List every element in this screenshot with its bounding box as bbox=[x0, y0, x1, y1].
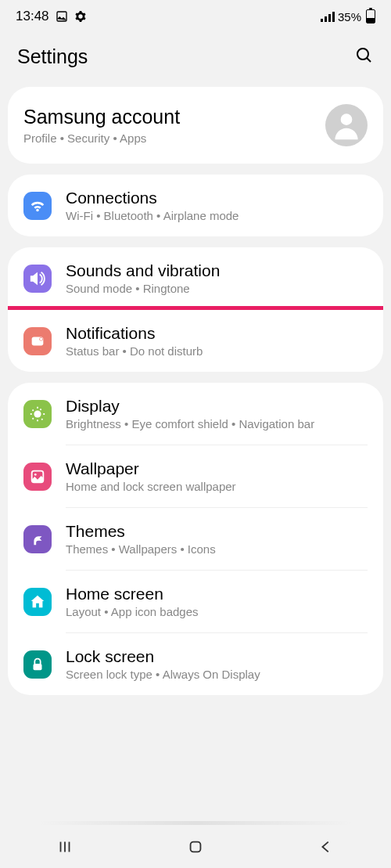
settings-item-connections[interactable]: Connections Wi-Fi • Bluetooth • Airplane… bbox=[8, 175, 383, 236]
recents-button[interactable] bbox=[56, 838, 74, 859]
back-button[interactable] bbox=[317, 838, 335, 859]
settings-item-themes[interactable]: Themes Themes • Wallpapers • Icons bbox=[8, 508, 383, 570]
svg-rect-1 bbox=[321, 19, 323, 22]
wallpaper-icon bbox=[23, 463, 52, 491]
settings-item-sounds[interactable]: Sounds and vibration Sound mode • Ringto… bbox=[8, 247, 383, 309]
header: Settings bbox=[0, 33, 391, 87]
status-time: 13:48 bbox=[16, 9, 49, 24]
svg-point-5 bbox=[357, 49, 368, 59]
svg-point-13 bbox=[34, 473, 37, 475]
samsung-account-card[interactable]: Samsung account Profile • Security • App… bbox=[8, 87, 383, 164]
signal-icon bbox=[321, 11, 335, 22]
setting-subtitle: Layout • App icon badges bbox=[66, 605, 368, 618]
setting-title: Connections bbox=[66, 189, 368, 207]
setting-subtitle: Sound mode • Ringtone bbox=[66, 282, 368, 295]
setting-title: Notifications bbox=[66, 324, 368, 343]
setting-title: Sounds and vibration bbox=[66, 261, 368, 280]
settings-group-display: Display Brightness • Eye comfort shield … bbox=[8, 383, 383, 695]
setting-subtitle: Home and lock screen wallpaper bbox=[66, 480, 368, 493]
avatar-icon bbox=[325, 104, 368, 146]
home-button[interactable] bbox=[187, 838, 204, 859]
settings-group-connections: Connections Wi-Fi • Bluetooth • Airplane… bbox=[8, 175, 383, 236]
settings-item-display[interactable]: Display Brightness • Eye comfort shield … bbox=[8, 383, 383, 445]
setting-title: Lock screen bbox=[66, 647, 368, 666]
setting-title: Home screen bbox=[66, 585, 368, 603]
wifi-icon bbox=[23, 192, 52, 220]
image-icon bbox=[56, 10, 68, 23]
navigation-bar bbox=[0, 829, 391, 868]
settings-list: Samsung account Profile • Security • App… bbox=[0, 87, 391, 838]
setting-subtitle: Wi-Fi • Bluetooth • Airplane mode bbox=[66, 209, 368, 222]
setting-subtitle: Screen lock type • Always On Display bbox=[66, 668, 368, 681]
search-icon[interactable] bbox=[355, 46, 374, 68]
setting-subtitle: Status bar • Do not disturb bbox=[66, 344, 368, 358]
setting-subtitle: Themes • Wallpapers • Icons bbox=[66, 542, 368, 556]
status-bar: 13:48 35% bbox=[0, 0, 391, 33]
settings-item-lockscreen[interactable]: Lock screen Screen lock type • Always On… bbox=[8, 633, 383, 695]
account-title: Samsung account bbox=[23, 106, 325, 128]
notification-icon bbox=[23, 327, 52, 355]
account-subtitle: Profile • Security • Apps bbox=[23, 131, 325, 145]
setting-title: Wallpaper bbox=[66, 459, 368, 478]
home-icon bbox=[23, 588, 52, 616]
lock-icon bbox=[23, 650, 52, 679]
battery-percent: 35% bbox=[338, 10, 361, 23]
settings-item-wallpaper[interactable]: Wallpaper Home and lock screen wallpaper bbox=[8, 445, 383, 507]
settings-group-sounds: Sounds and vibration Sound mode • Ringto… bbox=[8, 247, 383, 372]
themes-icon bbox=[23, 525, 52, 553]
svg-point-10 bbox=[40, 337, 42, 340]
sound-icon bbox=[23, 265, 52, 293]
svg-rect-14 bbox=[34, 664, 42, 670]
setting-title: Themes bbox=[66, 522, 368, 541]
settings-item-notifications[interactable]: Notifications Status bar • Do not distur… bbox=[8, 306, 383, 372]
svg-rect-2 bbox=[325, 16, 327, 22]
svg-rect-3 bbox=[328, 14, 331, 22]
svg-rect-4 bbox=[332, 12, 335, 22]
display-icon bbox=[23, 400, 52, 428]
setting-title: Display bbox=[66, 397, 368, 416]
svg-line-6 bbox=[367, 58, 371, 62]
page-title: Settings bbox=[17, 45, 88, 68]
setting-subtitle: Brightness • Eye comfort shield • Naviga… bbox=[66, 417, 368, 430]
svg-rect-18 bbox=[191, 842, 201, 852]
settings-item-homescreen[interactable]: Home screen Layout • App icon badges bbox=[8, 571, 383, 632]
svg-point-7 bbox=[341, 113, 353, 125]
svg-point-11 bbox=[34, 410, 41, 417]
battery-icon bbox=[366, 9, 375, 23]
gear-icon bbox=[74, 10, 87, 23]
